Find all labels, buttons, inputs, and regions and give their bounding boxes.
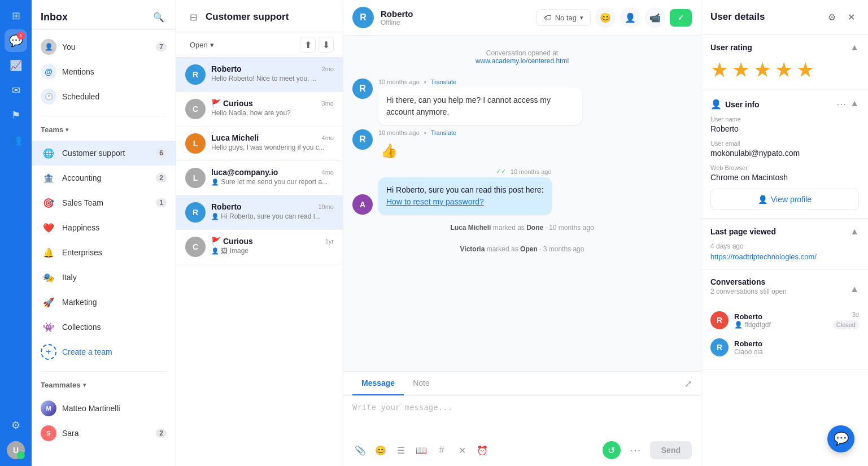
msg-translate-2[interactable]: Translate (431, 129, 456, 136)
format-icon[interactable]: ☰ (393, 442, 409, 458)
status-msg-done: Luca Micheli marked as Done · 10 months … (352, 219, 692, 236)
conv-item-curious-2[interactable]: C 🚩Curious 1yr 👤 🖼 Image (176, 230, 343, 264)
conv-item-roberto-2[interactable]: R Roberto 10mo 👤 Hi Roberto, sure you ca… (176, 195, 343, 230)
chat-input[interactable] (352, 403, 692, 430)
open-filter-btn[interactable]: Open ▾ (185, 38, 219, 51)
sidebar-item-scheduled[interactable]: 🕐 Scheduled (32, 84, 176, 109)
send-icon-btn[interactable]: ✉ (5, 79, 27, 102)
translate-toolbar-icon[interactable]: ✕ (454, 442, 470, 458)
you-avatar: 👤 (41, 39, 56, 55)
conv-mini-name-1: Roberto (734, 312, 827, 321)
sidebar-item-customer-support[interactable]: 🌐 Customer support 6 (32, 141, 176, 166)
msg-time-row-2: 10 months ago • Translate (378, 129, 456, 136)
user-info-more-icon[interactable]: ··· (836, 98, 847, 110)
create-team-btn[interactable]: + Create a team (32, 339, 176, 364)
chat-header-actions: 🏷 No tag ▾ 😊 👤 📹 ✓ (536, 7, 692, 28)
conv-mini-status-1: Closed (833, 320, 859, 329)
sidebar-item-sara[interactable]: S Sara 2 (32, 421, 176, 446)
conv-item-curious-1[interactable]: C 🚩Curious 3mo Hello Nadia, how are you? (176, 92, 343, 127)
accounting-count: 2 (156, 173, 167, 182)
emoji-toolbar-icon[interactable]: 😊 (373, 442, 389, 458)
flag-icon-btn[interactable]: ⚑ (5, 104, 27, 127)
sort-up-btn[interactable]: ⬆ (300, 37, 316, 53)
chart-icon-btn[interactable]: 📈 (5, 54, 27, 77)
grid-icon-btn[interactable]: ⊞ (5, 5, 27, 27)
user-info-toggle-icon[interactable]: ▲ (850, 98, 859, 110)
sidebar-item-happiness[interactable]: ❤️ Happiness (32, 215, 176, 240)
sidebar-item-italy[interactable]: 🎭 Italy (32, 265, 176, 290)
chat-user-name: Roberto (381, 9, 530, 19)
panel-toggle-icon[interactable]: ⊟ (185, 9, 201, 25)
resolve-btn[interactable]: ✓ (670, 9, 692, 27)
sidebar-item-collections[interactable]: 👾 Collections (32, 315, 176, 339)
msg-link[interactable]: How to reset my password? (386, 197, 484, 206)
conversations-title: Conversations (710, 277, 787, 286)
send-btn[interactable]: Send (650, 441, 692, 459)
web-browser-label: Web Browser (710, 164, 859, 171)
customer-support-count: 6 (156, 149, 167, 158)
tag-label: No tag (555, 14, 577, 22)
users-icon-btn[interactable]: 👥 (5, 129, 27, 151)
conv-time-luca-company: 4mo (322, 169, 334, 176)
user-email-label: User email (710, 140, 859, 147)
hashtag-icon[interactable]: # (434, 442, 450, 458)
mentions-avatar: @ (41, 64, 56, 80)
conv-avatar-luca-company: L (185, 168, 206, 188)
sales-icon: 🎯 (41, 195, 56, 211)
user-rating-toggle-icon[interactable]: ▲ (850, 42, 859, 53)
conv-mini-item-2[interactable]: R Roberto Ciaoo oia (710, 334, 859, 361)
more-options-icon[interactable]: ⋯ (625, 443, 645, 457)
conv-item-roberto-1[interactable]: R Roberto 2mo Hello Roberto! Nice to mee… (176, 58, 343, 92)
teammates-label: Teammates (41, 381, 81, 389)
knowledge-icon[interactable]: 📖 (413, 442, 429, 458)
sort-down-btn[interactable]: ⬇ (318, 37, 334, 53)
user-avatar-btn[interactable]: U (5, 439, 27, 461)
chat-header: R Roberto Offline 🏷 No tag ▾ 😊 👤 📹 ✓ (343, 0, 701, 36)
msg-translate-1[interactable]: Translate (431, 79, 456, 85)
sidebar-item-enterprises[interactable]: 🔔 Enterprises (32, 240, 176, 265)
conversations-section: Conversations 2 conversations still open… (701, 269, 868, 369)
timer-icon[interactable]: ⏰ (474, 442, 490, 458)
teammates-section-header[interactable]: Teammates ▾ (32, 374, 176, 391)
last-page-url[interactable]: https://roadtriptechnologies.com/ (710, 252, 859, 261)
sidebar-search-btn[interactable]: 🔍 (151, 9, 167, 25)
tab-note[interactable]: Note (404, 372, 439, 395)
view-profile-btn[interactable]: 👤 View profile (710, 189, 859, 210)
conv-name-curious-2: 🚩Curious (211, 237, 253, 246)
expand-icon[interactable]: ⤢ (684, 372, 692, 395)
conv-item-luca-company[interactable]: L luca@company.io 4mo 👤 Sure let me send… (176, 161, 343, 195)
inbox-icon-btn[interactable]: 💬 1 (5, 29, 27, 52)
tab-message[interactable]: Message (352, 372, 404, 395)
sidebar-item-sales-team[interactable]: 🎯 Sales Team 1 (32, 190, 176, 215)
conv-mini-item-1[interactable]: R Roberto 👤 ffdgdfgdf 3d Closed (710, 307, 859, 334)
user-rating-section: User rating ▲ ★ ★ ★ ★ ★ (701, 34, 868, 90)
user-icon-btn[interactable]: 👤 (620, 7, 640, 28)
sidebar-item-marketing[interactable]: 🚀 Marketing (32, 290, 176, 315)
tag-btn[interactable]: 🏷 No tag ▾ (536, 9, 591, 26)
collections-label: Collections (62, 323, 167, 332)
user-details-settings-icon[interactable]: ⚙ (824, 9, 840, 25)
conversations-meta: Conversations 2 conversations still open (710, 277, 787, 295)
ai-compose-btn[interactable]: ↺ (603, 441, 621, 459)
chat-widget-btn[interactable]: 💬 (827, 425, 854, 452)
conv-item-luca-1[interactable]: L Luca Micheli 4mo Hello guys, I was won… (176, 127, 343, 161)
conv-opened-notice: Conversation opened at www.academy.io/ce… (352, 45, 692, 74)
video-btn[interactable]: 📹 (645, 7, 665, 28)
quick-items-section: 👤 You 7 @ Mentions 🕐 Scheduled (32, 30, 176, 114)
web-browser-value: Chrome on Macintosh (710, 173, 859, 182)
conv-avatar-roberto-2: R (185, 202, 206, 223)
last-page-toggle-icon[interactable]: ▲ (850, 227, 859, 237)
sidebar-item-accounting[interactable]: 🏦 Accounting 2 (32, 166, 176, 190)
emoji-btn[interactable]: 😊 (595, 7, 616, 28)
web-browser-field: Web Browser Chrome on Macintosh (710, 164, 859, 182)
happiness-label: Happiness (62, 223, 167, 232)
settings-icon-btn[interactable]: ⚙ (5, 414, 27, 437)
sidebar-item-you[interactable]: 👤 You 7 (32, 34, 176, 59)
conv-mini-name-2: Roberto (734, 339, 859, 348)
teams-section-header[interactable]: Teams ▾ (32, 119, 176, 136)
sidebar-item-matteo[interactable]: M Matteo Martinelli (32, 396, 176, 421)
attachment-icon[interactable]: 📎 (352, 442, 368, 458)
sidebar-item-mentions[interactable]: @ Mentions (32, 59, 176, 84)
user-details-close-icon[interactable]: ✕ (843, 9, 859, 25)
conversations-toggle-icon[interactable]: ▲ (850, 284, 859, 294)
